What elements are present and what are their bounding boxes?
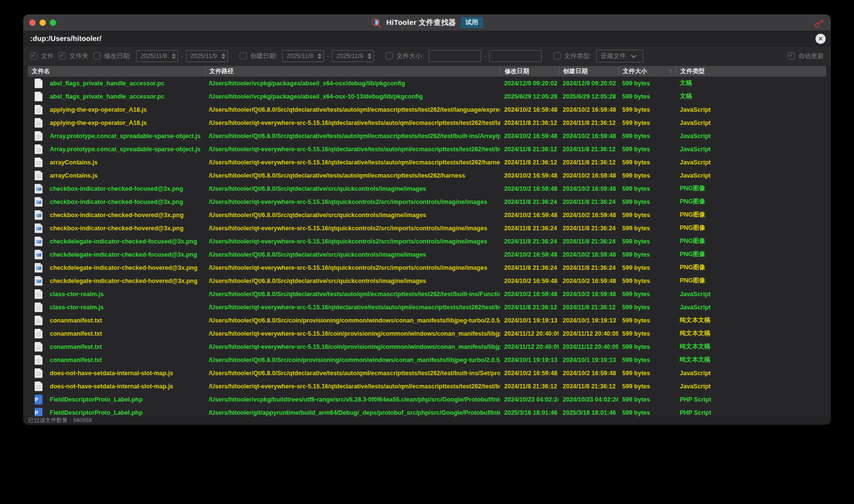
table-row[interactable]: checkdelegate-indicator-checked-hovered@…	[28, 274, 826, 287]
table-row[interactable]: checkbox-indicator-checked-focused@3x.pn…	[28, 195, 826, 208]
file-size: 599 bytes	[618, 330, 676, 337]
table-row[interactable]: applying-the-exp-operator_A18.js/Users/h…	[28, 103, 826, 116]
file-size-max-input[interactable]	[489, 50, 542, 62]
zoom-window-button[interactable]	[50, 20, 56, 26]
table-row[interactable]: arrayContains.js/Users/hitooler/qt-every…	[28, 156, 826, 169]
file-label: 文件	[41, 52, 54, 60]
stepper-icon[interactable]	[367, 53, 371, 59]
license-key-icon[interactable]	[814, 19, 824, 28]
image-file-icon	[35, 276, 42, 286]
table-row[interactable]: class-ctor-realm.js/Users/hitooler/qt-ev…	[28, 301, 826, 314]
table-row[interactable]: checkdelegate-indicator-checked-focused@…	[28, 235, 826, 248]
trial-badge: 试用	[461, 17, 483, 28]
table-row[interactable]: Array.prototype.concat_spreadable-sparse…	[28, 142, 826, 156]
modified-from-date-field[interactable]: 2025/11/8	[136, 50, 178, 62]
table-row[interactable]: checkbox-indicator-checked-hovered@3x.pn…	[28, 208, 826, 222]
column-header-1[interactable]: 文件名	[28, 67, 205, 76]
folder-label: 文件夹	[69, 52, 88, 60]
table-row[interactable]: checkbox-indicator-checked-hovered@3x.pn…	[28, 222, 826, 235]
app-logo-search-document-icon	[371, 18, 382, 28]
file-path: /Users/hitooler/qt-everywhere-src-5.15.1…	[205, 264, 500, 271]
file-size-checkbox[interactable]	[386, 52, 393, 60]
table-row[interactable]: FieldDescriptorProto_Label.php/Users/hit…	[28, 406, 826, 416]
text-document-file-icon	[35, 289, 42, 299]
filter-file[interactable]: 文件	[30, 52, 54, 60]
filter-modified-date[interactable]: 修改日期:	[93, 52, 131, 60]
modified-to-date-field[interactable]: 2025/11/9	[186, 50, 228, 62]
text-document-file-icon	[35, 118, 42, 128]
image-file-icon	[35, 210, 42, 220]
file-name: absl_flags_private_handle_accessor.pc	[50, 80, 164, 87]
table-row[interactable]: does-not-have-setdata-internal-slot-map.…	[28, 380, 826, 393]
file-type: JavaScript	[676, 146, 826, 153]
table-row[interactable]: class-ctor-realm.js/Users/hitooler/Qt/6.…	[28, 287, 826, 301]
column-header-6[interactable]: 文件类型	[676, 66, 826, 77]
column-header-label: 文件名	[32, 67, 50, 76]
created-date-checkbox[interactable]	[240, 52, 247, 60]
modified-from-value: 2025/11/8	[141, 53, 170, 60]
filter-file-size[interactable]: 文件大小:	[386, 52, 424, 60]
column-header-2[interactable]: 文件路径	[205, 66, 500, 77]
filter-folder[interactable]: 文件夹	[59, 52, 88, 60]
table-row[interactable]: applying-the-exp-operator_A18.js/Users/h…	[28, 116, 826, 129]
image-file-icon	[35, 223, 42, 233]
file-type-value: 音频文件	[601, 52, 626, 60]
file-name: does-not-have-setdata-internal-slot-map.…	[50, 383, 173, 390]
search-input[interactable]: :dup:/Users/hitooler/	[30, 35, 815, 42]
stepper-icon[interactable]	[172, 53, 176, 59]
table-row[interactable]: FieldDescriptorProto_Label.php/Users/hit…	[28, 393, 826, 406]
table-row[interactable]: absl_flags_private_handle_accessor.pc/Us…	[28, 90, 826, 103]
table-row[interactable]: conanmanifest.txt/Users/hitooler/qt-ever…	[28, 327, 826, 340]
auto-update-toggle[interactable]: 自动更新	[788, 52, 824, 60]
file-path: /Users/hitooler/Qt/6.8.0/Src/qtdeclarati…	[205, 133, 500, 140]
file-type-dropdown[interactable]: 音频文件	[596, 50, 643, 62]
created-from-date-field[interactable]: 2025/11/8	[282, 50, 324, 62]
table-row[interactable]: absl_flags_private_handle_accessor.pc/Us…	[28, 77, 826, 90]
table-row[interactable]: does-not-have-setdata-internal-slot-map.…	[28, 366, 826, 380]
file-type: PNG图像	[676, 184, 826, 193]
filter-file-type[interactable]: 文件类型:	[553, 52, 591, 60]
table-row[interactable]: Array.prototype.concat_spreadable-sparse…	[28, 129, 826, 142]
modified-date: 2024/10/23 04:02:24	[500, 396, 559, 403]
file-path: /Users/hitooler/Qt/6.8.0/Src/coin/provis…	[205, 317, 500, 324]
created-to-date-field[interactable]: 2025/11/9	[332, 50, 374, 62]
file-checkbox[interactable]	[30, 52, 38, 60]
table-row[interactable]: checkdelegate-indicator-checked-focused@…	[28, 248, 826, 261]
file-type: 纯文本文稿	[676, 316, 826, 324]
stepper-icon[interactable]	[222, 53, 225, 59]
minimize-window-button[interactable]	[40, 20, 46, 26]
table-row[interactable]: checkdelegate-indicator-checked-hovered@…	[28, 261, 826, 274]
file-name: Array.prototype.concat_spreadable-sparse…	[50, 146, 201, 153]
modified-date-checkbox[interactable]	[93, 52, 101, 60]
file-name: applying-the-exp-operator_A18.js	[50, 106, 147, 113]
file-path: /Users/hitooler/qt-everywhere-src-5.15.1…	[205, 199, 500, 205]
modified-date: 2024/10/2 16:59:48	[500, 370, 559, 377]
auto-update-checkbox[interactable]	[788, 52, 795, 60]
file-name: checkdelegate-indicator-checked-focused@…	[50, 251, 197, 258]
file-type: PHP Script	[676, 396, 826, 403]
folder-checkbox[interactable]	[59, 52, 66, 60]
stepper-icon[interactable]	[318, 53, 322, 59]
file-size: 599 bytes	[618, 185, 676, 192]
modified-date: 2025/6/29 12:05:28	[500, 93, 559, 100]
column-header-4[interactable]: 创建日期	[559, 66, 618, 77]
table-row[interactable]: conanmanifest.txt/Users/hitooler/Qt/6.8.…	[28, 353, 826, 366]
file-size-min-input[interactable]	[428, 50, 481, 62]
file-type: JavaScript	[676, 304, 826, 311]
created-date: 2024/11/8 21:36:12	[559, 383, 618, 390]
table-row[interactable]: checkbox-indicator-checked-focused@3x.pn…	[28, 182, 826, 195]
table-row[interactable]: conanmanifest.txt/Users/hitooler/qt-ever…	[28, 340, 826, 353]
close-window-button[interactable]	[29, 20, 36, 26]
modified-date: 2024/11/8 21:36:24	[500, 264, 559, 271]
file-type-checkbox[interactable]	[553, 52, 561, 60]
column-header-3[interactable]: 修改日期	[500, 66, 559, 77]
created-date: 2024/11/8 21:36:12	[559, 120, 618, 126]
table-row[interactable]: arrayContains.js/Users/hitooler/Qt/6.8.0…	[28, 169, 826, 182]
created-date: 2024/10/1 19:19:13	[559, 357, 618, 363]
image-file-icon	[35, 197, 42, 207]
clear-search-icon[interactable]: ✕	[815, 34, 826, 44]
filter-created-date[interactable]: 创建日期:	[240, 52, 278, 60]
title-bar[interactable]: HiTooler 文件查找器 试用	[23, 15, 831, 31]
table-row[interactable]: conanmanifest.txt/Users/hitooler/Qt/6.8.…	[28, 314, 826, 327]
column-header-5[interactable]: 文件大小↑	[618, 66, 676, 77]
